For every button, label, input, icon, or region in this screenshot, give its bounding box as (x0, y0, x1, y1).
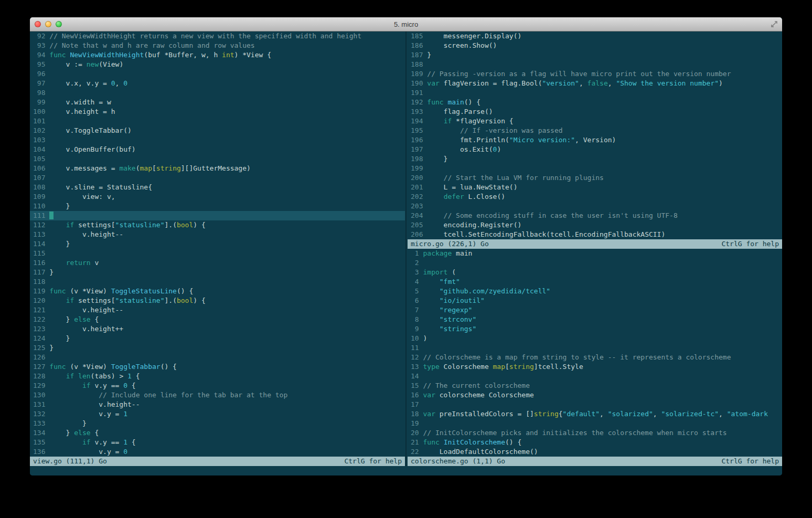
code-line[interactable]: 118 (30, 277, 405, 287)
code-line[interactable]: 15 // The current colorscheme (408, 381, 782, 390)
code-line[interactable]: 95 v := new(View) (30, 60, 405, 69)
code-line[interactable]: 191 (408, 88, 782, 98)
code-line[interactable]: 12 // Colorscheme is a map from string t… (408, 353, 782, 362)
code-line[interactable]: 185 messenger.Display() (408, 31, 782, 41)
code-line[interactable]: 195 // If -version was passed (408, 126, 782, 135)
code-line[interactable]: 136 v.y = 0 (30, 447, 405, 457)
code-line[interactable]: 94 func NewViewWidthHeight(buf *Buffer, … (30, 50, 405, 60)
code-line[interactable]: 14 (408, 372, 782, 381)
code-line[interactable]: 108 v.sline = Statusline{ (30, 183, 405, 192)
code-line[interactable]: 92 // NewViewWidthHeight returns a new v… (30, 31, 405, 41)
code-line[interactable]: 10 ) (408, 334, 782, 343)
code-line[interactable]: 21 func InitColorscheme() { (408, 438, 782, 447)
code-line[interactable]: 126 (30, 353, 405, 362)
code-line[interactable]: 203 (408, 202, 782, 211)
code-line[interactable]: 201 L = lua.NewState() (408, 183, 782, 192)
code-line[interactable]: 188 (408, 60, 782, 69)
code-line[interactable]: 109 view: v, (30, 192, 405, 202)
code-line[interactable]: 133 } (30, 419, 405, 428)
code-line[interactable]: 125 } (30, 343, 405, 353)
code-line[interactable]: 129 if v.y == 0 { (30, 381, 405, 390)
code-line[interactable]: 116 return v (30, 258, 405, 268)
code-line[interactable]: 205 encoding.Register() (408, 220, 782, 230)
code-line[interactable]: 8 "strconv" (408, 315, 782, 324)
code-line[interactable]: 9 "strings" (408, 324, 782, 334)
line-number: 99 (33, 98, 49, 106)
code-line[interactable]: 202 defer L.Close() (408, 192, 782, 202)
code-line[interactable]: 123 v.height++ (30, 324, 405, 334)
code-line[interactable]: 3 import ( (408, 268, 782, 277)
code-line[interactable]: 107 (30, 173, 405, 183)
titlebar[interactable]: 5. micro (30, 17, 782, 31)
code-line[interactable]: 206 tcell.SetEncodingFallback(tcell.Enco… (408, 230, 782, 239)
editor-pane-view-go[interactable]: 92 // NewViewWidthHeight returns a new v… (30, 31, 405, 457)
minimize-button[interactable] (45, 21, 51, 27)
code-line[interactable]: 16 var colorscheme Colorscheme (408, 390, 782, 400)
code-line[interactable]: 96 (30, 69, 405, 79)
code-line[interactable]: 6 "io/ioutil" (408, 296, 782, 305)
code-line[interactable]: 7 "regexp" (408, 305, 782, 315)
code-line[interactable]: 197 os.Exit(0) (408, 145, 782, 154)
code-line[interactable]: 194 if *flagVersion { (408, 117, 782, 126)
code-line[interactable]: 122 } else { (30, 315, 405, 324)
zoom-button[interactable] (56, 21, 62, 27)
code-line[interactable]: 22 LoadDefaultColorscheme() (408, 447, 782, 457)
code-line[interactable]: 4 "fmt" (408, 277, 782, 287)
code-line[interactable]: 113 v.height-- (30, 230, 405, 239)
code-line[interactable]: 196 fmt.Println("Micro version:", Versio… (408, 135, 782, 145)
code-line[interactable]: 20 // InitColorscheme picks and initiali… (408, 428, 782, 438)
code-line[interactable]: 193 flag.Parse() (408, 107, 782, 117)
code-line[interactable]: 200 // Start the Lua VM for running plug… (408, 173, 782, 183)
code-line[interactable]: 120 if settings["statusline"].(bool) { (30, 296, 405, 305)
code-line[interactable]: 13 type Colorscheme map[string]tcell.Sty… (408, 362, 782, 372)
code-line[interactable]: 127 func (v *View) ToggleTabbar() { (30, 362, 405, 372)
code-line[interactable]: 189 // Passing -version as a flag will h… (408, 69, 782, 79)
code-line[interactable]: 98 (30, 88, 405, 98)
code-line[interactable]: 135 if v.y == 1 { (30, 438, 405, 447)
code-line[interactable]: 199 (408, 164, 782, 173)
code-line[interactable]: 11 (408, 343, 782, 353)
code-line[interactable]: 115 (30, 249, 405, 258)
code-line[interactable]: 2 (408, 258, 782, 268)
code-line[interactable]: 112 if settings["statusline"].(bool) { (30, 220, 405, 230)
code-line[interactable]: 130 // Include one line for the tab bar … (30, 390, 405, 400)
code-line[interactable]: 105 (30, 154, 405, 164)
code-line[interactable]: 110 } (30, 202, 405, 211)
code-line[interactable]: 134 } else { (30, 428, 405, 438)
code-line[interactable]: 1 package main (408, 249, 782, 258)
pane-divider[interactable] (405, 31, 408, 466)
code-line[interactable]: 117 } (30, 268, 405, 277)
code-line[interactable]: 100 v.height = h (30, 107, 405, 117)
code-line[interactable]: 198 } (408, 154, 782, 164)
fullscreen-icon[interactable] (771, 20, 778, 28)
code-line[interactable]: 102 v.ToggleTabbar() (30, 126, 405, 135)
code-line[interactable]: 101 (30, 117, 405, 126)
code-line[interactable]: 131 v.height-- (30, 400, 405, 409)
code-line[interactable]: 114 } (30, 239, 405, 249)
code-line[interactable]: 121 v.height-- (30, 305, 405, 315)
code-line[interactable]: 111 (30, 211, 405, 220)
code-line[interactable]: 106 v.messages = make(map[string][]Gutte… (30, 164, 405, 173)
code-line[interactable]: 104 v.OpenBuffer(buf) (30, 145, 405, 154)
close-button[interactable] (35, 21, 41, 27)
code-token: , (608, 79, 616, 87)
code-line[interactable]: 128 if len(tabs) > 1 { (30, 372, 405, 381)
code-line[interactable]: 204 // Some encoding stuff in case the u… (408, 211, 782, 220)
code-line[interactable]: 18 var preInstalledColors = []string{"de… (408, 409, 782, 419)
editor-pane-micro-go[interactable]: 185 messenger.Display()186 screen.Show()… (408, 31, 782, 239)
code-line[interactable]: 186 screen.Show() (408, 41, 782, 50)
code-line[interactable]: 17 (408, 400, 782, 409)
code-line[interactable]: 19 (408, 419, 782, 428)
code-line[interactable]: 103 (30, 135, 405, 145)
code-line[interactable]: 132 v.y = 1 (30, 409, 405, 419)
code-line[interactable]: 93 // Note that w and h are raw column a… (30, 41, 405, 50)
code-line[interactable]: 5 "github.com/zyedidia/tcell" (408, 287, 782, 296)
code-line[interactable]: 99 v.width = w (30, 98, 405, 107)
code-line[interactable]: 119 func (v *View) ToggleStatusLine() { (30, 287, 405, 296)
editor-pane-colorscheme-go[interactable]: 1 package main 2 3 import ( 4 "fmt" 5 "g… (408, 249, 782, 457)
code-line[interactable]: 190 var flagVersion = flag.Bool("version… (408, 79, 782, 88)
code-line[interactable]: 97 v.x, v.y = 0, 0 (30, 79, 405, 88)
code-line[interactable]: 187 } (408, 50, 782, 60)
code-line[interactable]: 192 func main() { (408, 98, 782, 107)
code-line[interactable]: 124 } (30, 334, 405, 343)
